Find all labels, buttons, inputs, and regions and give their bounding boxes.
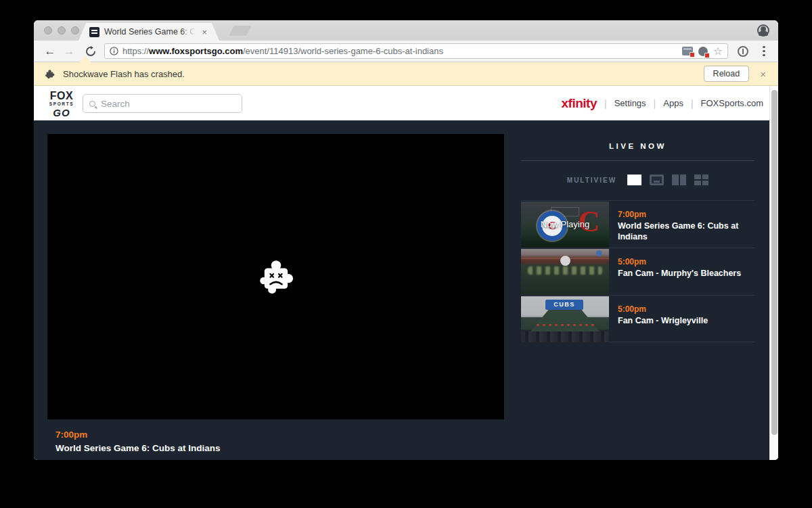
list-item-world-series[interactable]: C C Now Playing 7:00pm World Series Game… xyxy=(521,200,754,248)
search-icon xyxy=(89,101,95,107)
multiview-controls: MULTIVIEW xyxy=(521,174,754,186)
zoom-window-button[interactable] xyxy=(71,26,79,34)
item-title: Fan Cam - Wrigleyville xyxy=(618,315,746,326)
url-domain: www.foxsportsgo.com xyxy=(149,46,243,56)
thumbnail-murphys-bleachers[interactable] xyxy=(521,249,609,295)
sad-plugin-icon xyxy=(254,254,298,299)
tab-close-icon[interactable]: × xyxy=(202,27,207,37)
reload-page-button[interactable] xyxy=(83,46,99,57)
item-title: World Series Game 6: Cubs at Indians xyxy=(618,221,746,243)
player-event-time: 7:00pm xyxy=(55,430,87,440)
url-path: /event/114913/world-series-game-6-cubs-a… xyxy=(243,46,443,56)
browser-toolbar: ← → https://www.foxsportsgo.com/event/11… xyxy=(34,41,778,62)
xfinity-logo[interactable]: xfinity xyxy=(562,96,597,111)
minimize-window-button[interactable] xyxy=(58,26,66,34)
sidebar-divider xyxy=(521,160,754,161)
browser-tab[interactable]: World Series Game 6: Cubs at × xyxy=(78,23,219,41)
tab-title: World Series Game 6: Cubs at xyxy=(104,27,199,37)
player-event-title: World Series Game 6: Cubs at Indians xyxy=(55,443,221,453)
video-player[interactable] xyxy=(47,134,504,419)
multiview-quad-icon[interactable] xyxy=(694,175,708,185)
page-info-icon[interactable] xyxy=(110,47,118,55)
extension-card-icon[interactable] xyxy=(682,47,693,55)
close-window-button[interactable] xyxy=(44,26,52,34)
forward-button: → xyxy=(61,45,77,58)
scrollbar-thumb[interactable] xyxy=(771,90,777,435)
multiview-pip-icon[interactable] xyxy=(650,175,664,185)
flash-crash-message: Shockwave Flash has crashed. xyxy=(63,69,185,79)
screenshot-stage: World Series Game 6: Cubs at × ← → https… xyxy=(0,0,812,508)
infobar-pointer xyxy=(79,56,91,62)
list-item-wrigleyville[interactable]: CUBS 5:00pm Fan Cam - Wrigleyville xyxy=(521,295,754,342)
multiview-label: MULTIVIEW xyxy=(567,177,616,184)
broken-plugin-icon xyxy=(43,68,56,80)
profile-avatar-icon[interactable] xyxy=(757,24,769,37)
item-title: Fan Cam - Murphy's Bleachers xyxy=(618,268,746,279)
page-scrollbar[interactable] xyxy=(769,86,778,460)
thumbnail-wrigleyville[interactable]: CUBS xyxy=(521,296,609,342)
fox-sports-go-logo[interactable]: FOX SPORTS GO xyxy=(49,91,74,118)
cubs-marquee-sign: CUBS xyxy=(545,300,583,310)
chrome-menu-icon[interactable] xyxy=(758,46,770,57)
item-time: 7:00pm xyxy=(618,210,746,219)
url-text: https://www.foxsportsgo.com/event/114913… xyxy=(122,46,677,56)
infobar-close-icon[interactable]: × xyxy=(760,68,766,80)
nav-foxsports-link[interactable]: FOXSports.com xyxy=(701,98,763,108)
search-box[interactable] xyxy=(83,94,242,113)
browser-window: World Series Game 6: Cubs at × ← → https… xyxy=(34,20,778,460)
thumbnail-now-playing[interactable]: C C Now Playing xyxy=(521,202,609,248)
list-item-murphys-bleachers[interactable]: 5:00pm Fan Cam - Murphy's Bleachers xyxy=(521,248,754,295)
nav-settings-link[interactable]: Settings xyxy=(614,98,646,108)
item-time: 5:00pm xyxy=(618,257,746,267)
tab-favicon-icon xyxy=(89,27,99,37)
multiview-single-icon[interactable] xyxy=(627,175,641,185)
tab-strip: World Series Game 6: Cubs at × xyxy=(34,20,778,41)
address-bar[interactable]: https://www.foxsportsgo.com/event/114913… xyxy=(104,43,728,59)
extension-info-icon[interactable] xyxy=(738,46,748,57)
bookmark-star-icon[interactable]: ☆ xyxy=(713,46,723,57)
item-time: 5:00pm xyxy=(618,304,746,314)
back-button[interactable]: ← xyxy=(42,45,58,58)
live-now-heading: LIVE NOW xyxy=(521,142,754,150)
multiview-split-icon[interactable] xyxy=(672,175,686,185)
traffic-lights xyxy=(44,26,79,34)
live-now-list: C C Now Playing 7:00pm World Series Game… xyxy=(521,200,754,342)
site-header: FOX SPORTS GO xfinity | Settings | Apps … xyxy=(34,86,769,120)
flash-crash-infobar: Shockwave Flash has crashed. Reload × xyxy=(34,62,778,86)
new-tab-button[interactable] xyxy=(229,26,252,36)
page-viewport: FOX SPORTS GO xfinity | Settings | Apps … xyxy=(34,86,769,460)
extension-blocker-icon[interactable] xyxy=(698,47,708,56)
infobar-reload-button[interactable]: Reload xyxy=(704,66,750,82)
nav-apps-link[interactable]: Apps xyxy=(663,98,683,108)
now-playing-badge: Now Playing xyxy=(521,219,609,229)
search-input[interactable] xyxy=(101,99,223,109)
header-nav: xfinity | Settings | Apps | FOXSports.co… xyxy=(562,86,763,120)
url-protocol: https:// xyxy=(122,46,149,56)
